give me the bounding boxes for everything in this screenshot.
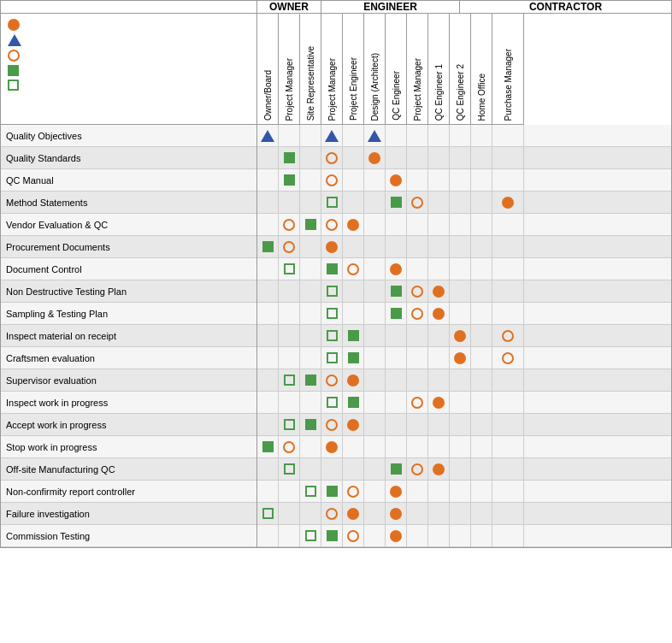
table-cell xyxy=(407,347,428,369)
table-cell xyxy=(321,258,343,280)
table-cell xyxy=(364,436,386,457)
table-cell xyxy=(343,436,364,457)
data-row xyxy=(257,214,671,236)
table-cell xyxy=(428,280,450,302)
table-cell xyxy=(279,125,300,146)
group-engineer: ENGINEER xyxy=(321,1,460,13)
table-cell xyxy=(279,503,300,524)
table-cell xyxy=(471,236,492,257)
table-cell xyxy=(321,325,343,346)
in-review-icon xyxy=(8,80,19,91)
table-cell xyxy=(257,236,279,257)
primary-responsibility-symbol xyxy=(347,219,359,231)
table-cell xyxy=(492,169,524,191)
table-cell xyxy=(386,481,407,502)
table-cell xyxy=(386,303,407,324)
table-cell xyxy=(300,347,321,369)
in-consultation-symbol xyxy=(326,508,338,520)
table-cell xyxy=(386,325,407,346)
table-cell xyxy=(450,525,471,546)
table-cell xyxy=(450,147,471,168)
table-cell xyxy=(257,280,279,302)
approver-symbol xyxy=(327,263,338,274)
table-cell xyxy=(428,347,450,369)
row-label: Non-confirmity report controller xyxy=(1,481,256,503)
table-cell xyxy=(492,481,524,502)
table-cell xyxy=(321,458,343,480)
data-row xyxy=(257,369,671,392)
in-review-symbol xyxy=(284,463,295,475)
approver-symbol xyxy=(391,308,402,319)
table-cell xyxy=(386,258,407,280)
table-cell xyxy=(300,214,321,235)
in-review-symbol xyxy=(327,197,338,208)
in-review-symbol xyxy=(327,286,338,297)
table-cell xyxy=(321,192,343,213)
table-cell xyxy=(364,169,386,191)
in-consultation-symbol xyxy=(326,219,338,231)
table-cell xyxy=(364,214,386,235)
table-cell xyxy=(257,192,279,213)
table-cell xyxy=(492,503,524,524)
table-cell xyxy=(450,503,471,524)
table-cell xyxy=(257,481,279,502)
table-cell xyxy=(279,147,300,168)
table-cell xyxy=(343,147,364,168)
table-cell xyxy=(386,347,407,369)
approver-symbol xyxy=(391,286,402,297)
table-cell xyxy=(343,192,364,213)
table-cell xyxy=(257,303,279,324)
table-cell xyxy=(300,280,321,302)
table-cell xyxy=(450,214,471,235)
table-cell xyxy=(386,125,407,146)
table-cell xyxy=(257,436,279,457)
table-cell xyxy=(492,214,524,235)
col-header-9: QC Engineer 2 xyxy=(450,14,471,124)
table-cell xyxy=(471,369,492,391)
table-cell xyxy=(343,169,364,191)
row-label: Quality Standards xyxy=(1,147,256,169)
approver-symbol xyxy=(284,152,295,163)
table-cell xyxy=(279,369,300,391)
table-cell xyxy=(343,503,364,524)
table-cell xyxy=(407,303,428,324)
approver-symbol xyxy=(305,419,316,430)
table-cell xyxy=(300,125,321,146)
table-cell xyxy=(386,147,407,168)
table-cell xyxy=(364,458,386,480)
table-cell xyxy=(279,436,300,457)
table-cell xyxy=(364,303,386,324)
in-consultation-symbol xyxy=(411,463,423,475)
in-review-symbol xyxy=(305,486,316,497)
data-row xyxy=(257,458,671,481)
table-cell xyxy=(471,325,492,346)
table-cell xyxy=(386,503,407,524)
table-cell xyxy=(279,481,300,502)
row-label: Supervisor evaluation xyxy=(1,369,256,392)
table-cell xyxy=(321,125,343,146)
row-label: Sampling & Testing Plan xyxy=(1,303,256,325)
table-cell xyxy=(364,369,386,391)
primary-responsibility-symbol xyxy=(326,241,338,253)
in-consultation-symbol xyxy=(347,486,359,498)
table-cell xyxy=(321,303,343,324)
table-cell xyxy=(407,458,428,480)
table-cell xyxy=(450,258,471,280)
table-cell xyxy=(279,258,300,280)
table-cell xyxy=(279,280,300,302)
table-cell xyxy=(492,347,524,369)
table-cell xyxy=(450,481,471,502)
approver-symbol xyxy=(391,197,402,208)
table-cell xyxy=(257,503,279,524)
col-header-0: Owner/Board xyxy=(257,14,279,124)
joint-responsibility-symbol xyxy=(325,130,339,142)
table-cell xyxy=(386,436,407,457)
table-cell xyxy=(450,436,471,457)
table-cell xyxy=(428,503,450,524)
table-cell xyxy=(321,214,343,235)
table-cell xyxy=(343,280,364,302)
col-header-text-2: Site Representative xyxy=(306,46,315,121)
row-labels: Quality ObjectivesQuality StandardsQC Ma… xyxy=(1,125,257,547)
data-row xyxy=(257,192,671,214)
in-review-symbol xyxy=(327,352,338,363)
